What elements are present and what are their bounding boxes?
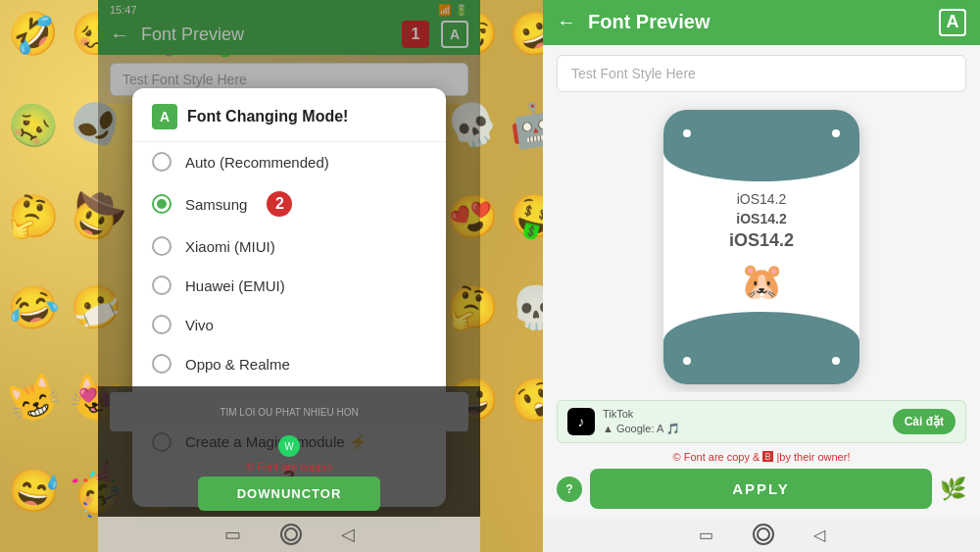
- nav-square-icon[interactable]: ▭: [224, 524, 241, 545]
- badge-2: 2: [267, 191, 292, 217]
- phone-top-section: [663, 110, 859, 182]
- emoji-item: 😸: [0, 360, 72, 437]
- right-nav-square-icon[interactable]: ▭: [699, 526, 713, 544]
- ad-text: TikTok ▲ Google: A 🎵: [603, 407, 885, 437]
- left-bottom-area: TIM LOI OU PHAT NHIEU HON W © Font are c…: [98, 386, 480, 552]
- radio-auto: [152, 152, 172, 172]
- right-nav-back-icon[interactable]: ◁: [813, 526, 825, 544]
- option-samsung[interactable]: Samsung 2: [132, 181, 446, 226]
- right-bottom-area: ♪ TikTok ▲ Google: A 🎵 Cài đặt © Font ar…: [543, 392, 980, 518]
- radio-oppo: [152, 354, 172, 374]
- dialog-title-row: A Font Changing Mode!: [132, 104, 446, 142]
- ad-banner-right: ♪ TikTok ▲ Google: A 🎵 Cài đặt: [557, 400, 966, 444]
- left-copyright: © Font are coppio: [246, 461, 332, 473]
- emoji-item: 😅: [0, 456, 68, 525]
- right-nav-home-button[interactable]: [753, 524, 774, 545]
- tiktok-icon: ♪: [567, 408, 595, 435]
- right-search-area: Test Font Style Here: [543, 45, 980, 102]
- radio-vivo: [152, 315, 172, 334]
- right-panel: ← Font Preview A Test Font Style Here iO…: [543, 0, 980, 552]
- dialog-a-icon: A: [152, 104, 177, 129]
- option-xiaomi-label: Xiaomi (MIUI): [185, 238, 275, 255]
- phone-mockup: iOS14.2 iOS14.2 iOS14.2 🐹: [663, 110, 859, 384]
- nav-home-button[interactable]: [280, 524, 302, 545]
- cai-dat-button[interactable]: Cài đặt: [893, 409, 956, 434]
- phone-bottom-section: [663, 312, 859, 384]
- right-back-arrow[interactable]: ←: [557, 11, 576, 33]
- font-preview-text-3: iOS14.2: [729, 230, 794, 251]
- left-nav-bar: ▭ ◁: [98, 517, 480, 552]
- font-preview-text-2: iOS14.2: [736, 211, 786, 226]
- right-panel-title: Font Preview: [588, 11, 927, 33]
- dialog-title: Font Changing Mode!: [187, 108, 348, 125]
- radio-huawei: [152, 276, 172, 295]
- left-bottom-content: TIM LOI OU PHAT NHIEU HON W © Font are c…: [98, 386, 480, 517]
- nav-back-icon[interactable]: ◁: [341, 524, 355, 545]
- option-huawei-label: Huawei (EMUI): [185, 277, 285, 294]
- option-oppo-label: Oppo & Realme: [185, 356, 290, 373]
- phone-preview-area: iOS14.2 iOS14.2 iOS14.2 🐹: [543, 102, 980, 392]
- right-copyright-text: © Font are copy & 🅱 |by their owner!: [557, 451, 966, 463]
- emoji-item: 😂: [0, 272, 69, 343]
- apply-button[interactable]: APPLY: [590, 469, 932, 509]
- option-auto[interactable]: Auto (Recommended): [132, 142, 446, 181]
- right-nav-bar: ▭ ◁: [543, 517, 980, 552]
- option-oppo[interactable]: Oppo & Realme: [132, 344, 446, 383]
- leaf-icon: 🌿: [940, 477, 966, 502]
- right-top-bar: ← Font Preview A: [543, 0, 980, 45]
- option-xiaomi[interactable]: Xiaomi (MIUI): [132, 226, 446, 266]
- help-icon[interactable]: ?: [557, 477, 582, 502]
- emoji-item: 🤔: [4, 186, 63, 245]
- option-vivo-label: Vivo: [185, 317, 214, 333]
- radio-samsung: [152, 194, 172, 214]
- ad-banner-left: TIM LOI OU PHAT NHIEU HON: [110, 392, 468, 431]
- apply-row: ? APPLY 🌿: [557, 469, 966, 509]
- option-huawei[interactable]: Huawei (EMUI): [132, 266, 446, 305]
- download-button[interactable]: DOWNUNCTOR: [198, 477, 381, 511]
- right-font-a-icon[interactable]: A: [939, 9, 966, 36]
- whatsapp-icon: W: [278, 435, 300, 457]
- radio-samsung-inner: [157, 199, 167, 209]
- option-auto-label: Auto (Recommended): [185, 154, 329, 171]
- radio-xiaomi: [152, 236, 172, 256]
- phone-character-emoji: 🐹: [740, 261, 784, 302]
- font-preview-text-1: iOS14.2: [737, 191, 787, 207]
- emoji-item: 🤣: [1, 1, 65, 65]
- right-search-input[interactable]: Test Font Style Here: [557, 55, 966, 92]
- option-vivo[interactable]: Vivo: [132, 305, 446, 344]
- option-samsung-label: Samsung: [185, 196, 247, 213]
- phone-middle-section: iOS14.2 iOS14.2 iOS14.2 🐹: [663, 181, 859, 312]
- ad-icons-row: W: [278, 435, 300, 457]
